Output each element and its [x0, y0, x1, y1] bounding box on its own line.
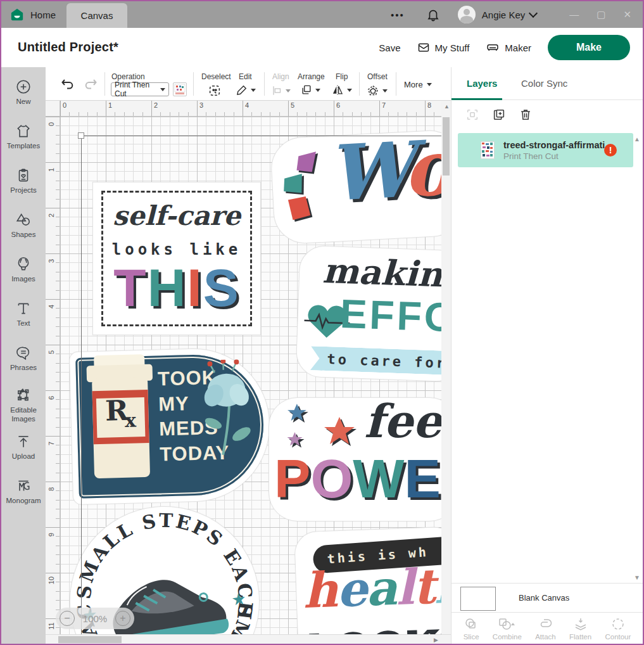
balloon-icon	[15, 256, 32, 272]
panel-scroll-down-icon[interactable]: ▼	[634, 574, 640, 581]
deselect-button[interactable]	[208, 84, 222, 98]
avatar[interactable]	[458, 6, 476, 23]
envelope-icon	[417, 41, 430, 54]
user-name[interactable]: Angie Key	[482, 10, 525, 20]
selection-resize-handle[interactable]	[78, 132, 84, 139]
sticker-power[interactable]: feel POWER	[268, 397, 451, 521]
zoom-out-button[interactable]: −	[60, 611, 75, 626]
blank-canvas-swatch[interactable]	[460, 587, 496, 611]
print-then-cut-chip[interactable]	[173, 82, 187, 96]
more-menu-icon[interactable]: •••	[391, 10, 405, 20]
layer-thumbnail	[481, 141, 495, 159]
effort-banner: to care for	[310, 346, 451, 376]
sidebar-item-phrases[interactable]: Phrases	[1, 345, 46, 373]
svg-text:★: ★	[230, 589, 247, 608]
speech-bubble-icon	[15, 345, 32, 361]
sidebar-item-text[interactable]: Text	[1, 300, 46, 328]
canvas-area[interactable]: self-care looks like THIS Wo making EFFO…	[46, 101, 451, 644]
layer-tools-bar: Slice Combine Attach Flatten Contour	[451, 612, 643, 644]
tshirt-icon	[15, 123, 32, 139]
monogram-icon	[15, 478, 32, 494]
home-button[interactable]: Home	[10, 1, 56, 28]
layer-item[interactable]: treed-strongaf-affirmati... Print Then C…	[458, 133, 633, 167]
sidebar-item-projects[interactable]: Projects	[1, 167, 46, 195]
project-title: Untitled Project*	[18, 40, 118, 54]
text-icon	[15, 300, 32, 317]
edit-label: Edit	[239, 72, 252, 81]
plus-circle-icon	[15, 79, 32, 95]
edit-toolbar: Operation Print Then Cut Deselect Edit A…	[46, 67, 451, 101]
sidebar-item-editable-images[interactable]: Editable Images	[1, 387, 46, 424]
contour-button[interactable]: Contour	[605, 616, 631, 641]
zoom-in-button[interactable]: +	[115, 611, 130, 626]
trash-icon[interactable]	[519, 108, 533, 122]
flip-label: Flip	[336, 72, 348, 81]
my-stuff-button[interactable]: My Stuff	[417, 41, 470, 54]
top-bar-right: ••• Angie Key — ▢ ✕	[391, 1, 643, 28]
operation-label: Operation	[111, 72, 145, 81]
slice-button[interactable]: Slice	[464, 616, 479, 641]
sidebar-item-monogram[interactable]: Monogram	[1, 478, 46, 506]
duplicate-icon[interactable]	[492, 108, 506, 122]
sticker-selfcare[interactable]: self-care looks like THIS	[92, 182, 261, 335]
sidebar-item-new[interactable]: New	[1, 79, 46, 106]
window-maximize-button[interactable]: ▢	[597, 9, 605, 20]
offset-button[interactable]	[366, 84, 388, 98]
sidebar-item-templates[interactable]: Templates	[1, 123, 46, 151]
chevron-down-icon[interactable]	[529, 9, 538, 18]
app-window: Home Canvas ••• Angie Key — ▢ ✕ Untitled…	[0, 0, 644, 645]
left-sidebar: New Templates Projects Shapes Images Tex…	[1, 67, 46, 644]
maker-machine-icon	[486, 41, 500, 54]
header-bar: Untitled Project* Save My Stuff Maker Ma…	[1, 28, 643, 67]
layer-title: treed-strongaf-affirmati...	[503, 140, 612, 150]
vertical-ruler: 0 1 2 3 4 5 6 7 8 9 10 11	[46, 117, 60, 644]
ruler-corner	[46, 101, 60, 117]
layer-operation: Print Then Cut	[503, 151, 612, 161]
sticker-health[interactable]: this is wh health LOOKS L	[294, 527, 451, 644]
sidebar-item-upload[interactable]: Upload	[1, 433, 46, 461]
work-rays-art	[277, 148, 331, 226]
combine-button[interactable]: Combine	[493, 616, 522, 641]
scroll-right-icon[interactable]: ▶	[434, 637, 438, 643]
undo-button[interactable]	[60, 77, 76, 92]
zoom-level: 100%	[83, 613, 107, 624]
edit-button[interactable]	[236, 84, 256, 96]
canvas-vertical-scrollbar[interactable]: ▲	[441, 101, 451, 634]
tab-canvas[interactable]: Canvas	[66, 3, 127, 28]
power-word: POWER	[274, 447, 451, 510]
tab-layers[interactable]: Layers	[467, 78, 497, 89]
deselect-label: Deselect	[201, 72, 231, 81]
sticker-meds[interactable]: Rx TOOK MY MEDS TODAY	[69, 347, 272, 505]
panel-scroll-up-icon[interactable]: ▲	[634, 136, 640, 143]
sticker-work[interactable]: Wo	[270, 129, 451, 245]
align-button	[271, 85, 291, 96]
flip-button[interactable]	[331, 84, 352, 96]
save-button[interactable]: Save	[379, 42, 400, 53]
sidebar-item-images[interactable]: Images	[1, 256, 46, 284]
more-button[interactable]: More	[404, 80, 432, 89]
zoom-control: − 100% +	[56, 608, 134, 629]
group-icon	[465, 108, 479, 122]
operation-select[interactable]: Print Then Cut	[111, 82, 169, 96]
horizontal-ruler: 0 1 2 3 4 5 6 7 8	[60, 101, 441, 117]
align-label: Align	[272, 72, 289, 81]
redo-button[interactable]	[82, 77, 99, 92]
flatten-button[interactable]: Flatten	[569, 616, 591, 641]
window-close-button[interactable]: ✕	[623, 9, 631, 20]
warning-icon[interactable]: !	[604, 144, 617, 156]
attach-button[interactable]: Attach	[535, 616, 556, 641]
tab-color-sync[interactable]: Color Sync	[521, 78, 567, 89]
maker-machine-button[interactable]: Maker	[486, 41, 531, 54]
window-minimize-button[interactable]: —	[569, 9, 579, 20]
notifications-bell-icon[interactable]	[426, 8, 440, 22]
canvas-horizontal-scrollbar[interactable]: ▶	[46, 634, 451, 644]
sidebar-item-shapes[interactable]: Shapes	[1, 212, 46, 239]
scroll-up-icon[interactable]: ▲	[444, 103, 450, 110]
cricut-logo-icon	[10, 8, 24, 22]
arrange-button[interactable]	[300, 84, 320, 96]
shapes-icon	[15, 212, 32, 228]
make-button[interactable]: Make	[548, 35, 630, 60]
editable-images-icon	[15, 387, 32, 404]
sticker-effort[interactable]: making EFFO to care for	[295, 245, 451, 383]
offset-label: Offset	[367, 72, 388, 81]
